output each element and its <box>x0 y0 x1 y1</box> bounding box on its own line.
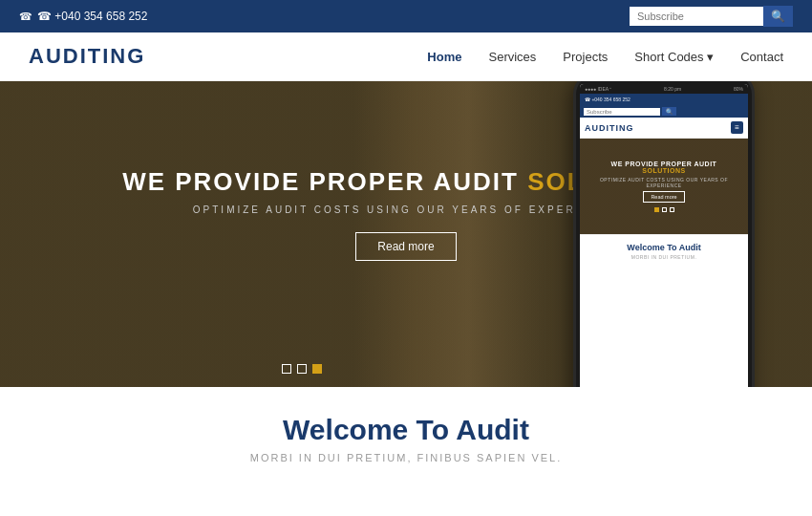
nav-bar: AUDITING Home Services Projects Short Co… <box>0 32 812 81</box>
phone-top-bar: ☎ +040 354 658 252 <box>580 94 748 105</box>
nav-links: Home Services Projects Short Codes ▾ Con… <box>427 50 783 64</box>
subscribe-input[interactable] <box>630 7 763 26</box>
dot-3[interactable] <box>312 364 322 374</box>
phone-subscribe-button[interactable]: 🔍 <box>662 107 676 116</box>
phone-hero-highlight: SOLUTIONS <box>642 167 685 174</box>
phone-welcome-title: Welcome To Audit <box>585 243 743 252</box>
phone-menu-icon[interactable]: ≡ <box>731 121 743 134</box>
subscribe-button[interactable]: 🔍 <box>763 6 793 27</box>
phone-hero-title1: WE PROVIDE PROPER AUDIT <box>611 161 717 167</box>
phone-subscribe-input[interactable] <box>584 108 660 116</box>
phone-notch <box>635 81 693 84</box>
nav-contact[interactable]: Contact <box>740 50 783 64</box>
phone-subscribe-bar: 🔍 <box>580 105 748 118</box>
hero-section: WE PROVIDE PROPER AUDIT SOLUTIONS OPTIMI… <box>0 81 812 387</box>
dot-2[interactable] <box>297 364 307 374</box>
phone-dot-1[interactable] <box>654 207 659 212</box>
phone-hero-btn[interactable]: Read more <box>643 191 684 203</box>
phone-mockup: ●●●● IDEA ᐩ 8:20 pm 80% ☎ +040 354 658 2… <box>573 81 755 387</box>
phone-logo: AUDITING <box>585 123 634 133</box>
phone-welcome-sub: MORBI IN DUI PRETIUM. <box>585 254 743 260</box>
top-bar: ☎ ☎ +040 354 658 252 🔍 <box>0 0 812 32</box>
phone-screen: ●●●● IDEA ᐩ 8:20 pm 80% ☎ +040 354 658 2… <box>580 84 748 387</box>
phone-dot-2[interactable] <box>662 207 667 212</box>
bottom-section: Welcome To Audit MORBI IN DUI PRETIUM, F… <box>0 387 812 478</box>
phone-icon: ☎ <box>19 11 32 23</box>
hero-dots <box>282 364 322 374</box>
nav-projects[interactable]: Projects <box>563 50 608 64</box>
phone-welcome: Welcome To Audit MORBI IN DUI PRETIUM. <box>580 234 748 264</box>
phone-status-bar: ●●●● IDEA ᐩ 8:20 pm 80% <box>580 84 748 94</box>
hero-read-more-button[interactable]: Read more <box>355 232 456 261</box>
hero-title-part1: WE PROVIDE PROPER AUDIT <box>122 167 527 196</box>
nav-shortcodes[interactable]: Short Codes ▾ <box>634 50 714 64</box>
phone-hero-dots <box>654 207 674 212</box>
subscribe-form: 🔍 <box>630 6 793 27</box>
phone-phone-text: ☎ +040 354 658 252 <box>585 97 630 102</box>
phone-text: ☎ +040 354 658 252 <box>37 10 147 23</box>
phone-signal: ●●●● IDEA ᐩ <box>585 86 611 92</box>
welcome-subtitle: MORBI IN DUI PRETIUM, FINIBUS SAPIEN VEL… <box>29 452 783 463</box>
phone-hero-sub: OPTIMIZE AUDIT COSTS USING OUR YEARS OF … <box>588 177 740 188</box>
phone-number: ☎ ☎ +040 354 658 252 <box>19 10 147 23</box>
nav-home[interactable]: Home <box>427 50 461 64</box>
phone-time: 8:20 pm <box>664 86 681 92</box>
welcome-title: Welcome To Audit <box>29 414 783 446</box>
nav-logo: AUDITING <box>29 44 145 69</box>
phone-hero-title: WE PROVIDE PROPER AUDIT SOLUTIONS <box>611 161 717 174</box>
phone-dot-3[interactable] <box>670 207 674 212</box>
phone-hero: WE PROVIDE PROPER AUDIT SOLUTIONS OPTIMI… <box>580 139 748 234</box>
phone-nav: AUDITING ≡ <box>580 118 748 139</box>
nav-services[interactable]: Services <box>488 50 536 64</box>
phone-battery: 80% <box>734 86 743 92</box>
dot-1[interactable] <box>282 364 291 374</box>
